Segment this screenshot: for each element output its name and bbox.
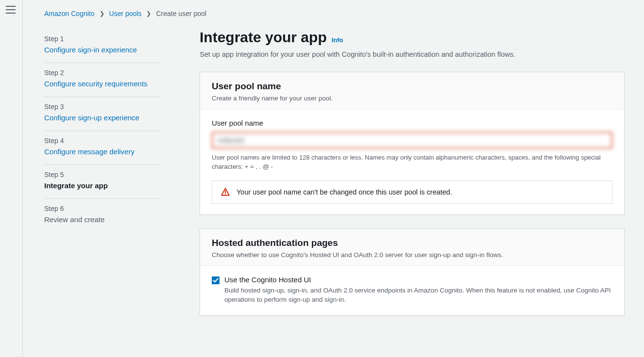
step-configure-message-delivery[interactable]: Configure message delivery bbox=[44, 146, 161, 157]
svg-point-1 bbox=[225, 194, 226, 195]
chevron-right-icon: ❯ bbox=[146, 10, 151, 17]
step-review-and-create: Review and create bbox=[44, 214, 161, 225]
step-configure-security[interactable]: Configure security requirements bbox=[44, 79, 161, 89]
warning-text: Your user pool name can't be changed onc… bbox=[237, 188, 452, 196]
panel-hosted-authentication: Hosted authentication pages Choose wheth… bbox=[200, 228, 625, 316]
step-label: Step 2 bbox=[44, 69, 161, 77]
step-label: Step 5 bbox=[44, 171, 161, 178]
wizard-steps: Step 1 Configure sign-in experience Step… bbox=[44, 29, 161, 329]
step-label: Step 4 bbox=[44, 137, 161, 145]
panel-subtitle: Choose whether to use Cognito's Hosted U… bbox=[212, 251, 612, 259]
user-pool-name-input[interactable] bbox=[212, 132, 612, 148]
pool-name-warning: Your user pool name can't be changed onc… bbox=[212, 180, 612, 204]
user-pool-name-label: User pool name bbox=[212, 119, 612, 127]
page-description: Set up app integration for your user poo… bbox=[200, 50, 625, 58]
breadcrumb: Amazon Cognito ❯ User pools ❯ Create use… bbox=[44, 10, 625, 17]
hosted-ui-label: Use the Cognito Hosted UI bbox=[224, 276, 612, 284]
user-pool-name-helper: User pool names are limited to 128 chara… bbox=[212, 153, 612, 172]
hosted-ui-help: Build hosted sign-up, sign-in, and OAuth… bbox=[224, 286, 612, 305]
panel-user-pool-name: User pool name Create a friendly name fo… bbox=[200, 72, 625, 215]
panel-title: User pool name bbox=[212, 81, 612, 92]
hosted-ui-checkbox[interactable] bbox=[212, 276, 220, 284]
step-integrate-your-app: Integrate your app bbox=[44, 180, 161, 191]
step-label: Step 3 bbox=[44, 103, 161, 111]
breadcrumb-service[interactable]: Amazon Cognito bbox=[44, 10, 95, 17]
panel-subtitle: Create a friendly name for your user poo… bbox=[212, 95, 612, 102]
step-configure-sign-up[interactable]: Configure sign-up experience bbox=[44, 113, 161, 123]
warning-icon bbox=[221, 188, 230, 196]
chevron-right-icon: ❯ bbox=[100, 10, 104, 17]
step-configure-sign-in[interactable]: Configure sign-in experience bbox=[44, 45, 161, 55]
info-link[interactable]: Info bbox=[332, 36, 343, 44]
panel-title: Hosted authentication pages bbox=[212, 238, 612, 248]
step-label: Step 1 bbox=[44, 35, 161, 43]
breadcrumb-current: Create user pool bbox=[156, 10, 206, 17]
breadcrumb-section[interactable]: User pools bbox=[109, 10, 142, 17]
menu-toggle-icon[interactable] bbox=[6, 6, 16, 14]
page-title: Integrate your app bbox=[200, 29, 327, 46]
step-label: Step 6 bbox=[44, 205, 161, 212]
